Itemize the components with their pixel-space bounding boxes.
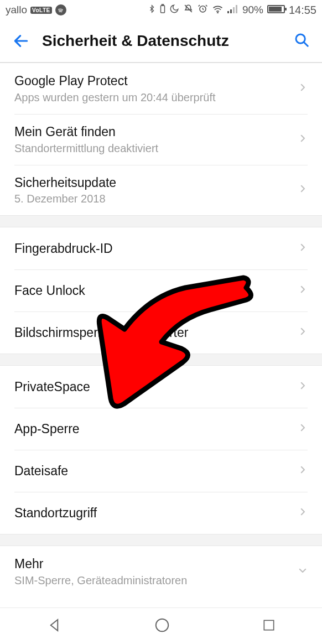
settings-item-subtitle: SIM-Sperre, Geräteadministratoren	[14, 574, 293, 587]
settings-item-subtitle: 5. Dezember 2018	[14, 193, 293, 205]
settings-item-label: App-Sperre	[14, 421, 293, 437]
clock: 14:55	[289, 4, 316, 17]
alarm-icon	[198, 3, 208, 17]
chevron-right-icon	[298, 324, 308, 341]
svg-point-3	[217, 12, 219, 13]
action-bar: Sicherheit & Datenschutz	[0, 20, 322, 63]
chevron-right-icon	[298, 463, 308, 479]
settings-item-label: Dateisafe	[14, 463, 293, 479]
chevron-right-icon	[298, 181, 308, 198]
settings-item-subtitle: Standortermittlung deaktiviert	[14, 142, 293, 155]
settings-item[interactable]: MehrSIM-Sperre, Geräteadministratoren	[0, 546, 322, 597]
spotify-icon	[55, 4, 66, 15]
settings-list: Google Play ProtectApps wurden gestern u…	[0, 63, 322, 597]
battery-icon	[267, 4, 285, 16]
settings-group: Fingerabdruck-IDFace UnlockBildschirmspe…	[0, 227, 322, 354]
signal-icon	[227, 4, 238, 16]
settings-item-label: Standortzugriff	[14, 505, 293, 521]
settings-item[interactable]: Bildschirmsperre & Passwörter	[0, 311, 322, 354]
group-divider	[0, 215, 322, 227]
moon-icon	[169, 4, 179, 17]
nav-bar	[0, 607, 322, 644]
settings-item-label: Mehr	[14, 556, 293, 572]
svg-rect-1	[162, 4, 163, 6]
mute-icon	[183, 3, 194, 17]
group-divider	[0, 354, 322, 366]
settings-item[interactable]: Mein Gerät findenStandortermittlung deak…	[0, 114, 322, 165]
settings-item[interactable]: Dateisafe	[0, 450, 322, 492]
settings-group: PrivateSpaceApp-SperreDateisafeStandortz…	[0, 366, 322, 534]
page-title: Sicherheit & Datenschutz	[42, 32, 229, 50]
carrier-label: yallo	[6, 4, 27, 16]
chevron-right-icon	[298, 505, 308, 521]
settings-item[interactable]: App-Sperre	[0, 408, 322, 450]
settings-item-label: Bildschirmsperre & Passwörter	[14, 325, 293, 341]
settings-item-label: Fingerabdruck-ID	[14, 241, 293, 257]
nav-home-button[interactable]	[154, 617, 170, 636]
svg-rect-6	[233, 7, 235, 13]
battery-percent: 90%	[242, 4, 263, 16]
settings-item-label: Sicherheitsupdate	[14, 175, 293, 191]
settings-item[interactable]: Google Play ProtectApps wurden gestern u…	[0, 63, 322, 114]
chevron-down-icon	[298, 563, 308, 580]
back-button[interactable]	[12, 32, 30, 50]
settings-item-subtitle: Apps wurden gestern um 20:44 überprüft	[14, 91, 293, 104]
svg-rect-4	[227, 11, 229, 13]
settings-item[interactable]: Sicherheitsupdate5. Dezember 2018	[0, 165, 322, 216]
settings-item[interactable]: PrivateSpace	[0, 366, 322, 408]
search-button[interactable]	[293, 32, 310, 50]
settings-group: Google Play ProtectApps wurden gestern u…	[0, 63, 322, 215]
svg-rect-7	[236, 5, 237, 13]
group-divider	[0, 534, 322, 546]
chevron-right-icon	[298, 131, 308, 148]
settings-item[interactable]: Face Unlock	[0, 269, 322, 311]
nav-recent-button[interactable]	[262, 618, 276, 635]
settings-item[interactable]: Standortzugriff	[0, 492, 322, 534]
chevron-right-icon	[298, 240, 308, 257]
chevron-right-icon	[298, 420, 308, 437]
chevron-right-icon	[298, 282, 308, 299]
chevron-right-icon	[298, 378, 308, 395]
settings-item-label: PrivateSpace	[14, 379, 293, 395]
svg-rect-5	[230, 9, 232, 13]
svg-rect-0	[160, 6, 164, 13]
svg-rect-10	[264, 620, 274, 630]
status-bar: yallo VoLTE	[0, 0, 322, 20]
svg-point-9	[156, 619, 169, 631]
battery-small-icon	[160, 4, 165, 17]
chevron-right-icon	[298, 80, 308, 97]
bluetooth-icon	[148, 4, 156, 17]
wifi-icon	[212, 4, 224, 16]
settings-item-label: Google Play Protect	[14, 73, 293, 89]
volte-badge: VoLTE	[30, 7, 52, 14]
settings-item[interactable]: Fingerabdruck-ID	[0, 227, 322, 269]
settings-item-label: Face Unlock	[14, 283, 293, 299]
settings-group: MehrSIM-Sperre, Geräteadministratoren	[0, 546, 322, 597]
settings-item-label: Mein Gerät finden	[14, 124, 293, 140]
nav-back-button[interactable]	[46, 617, 63, 636]
